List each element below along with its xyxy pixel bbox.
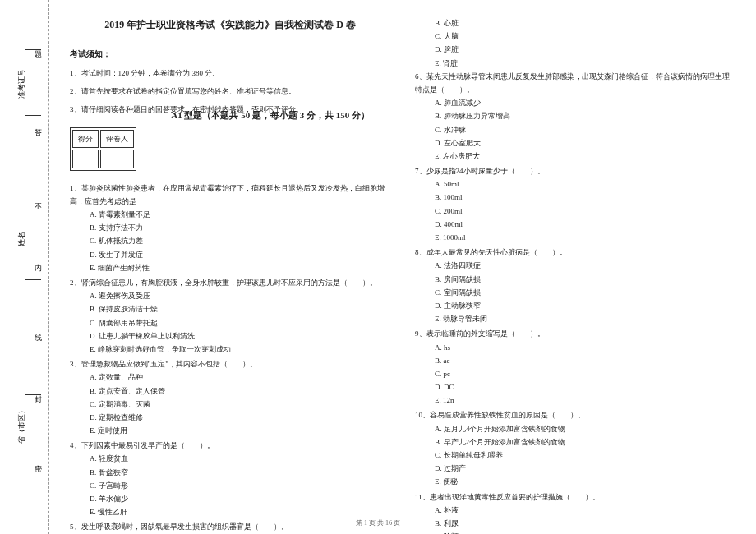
notice-heading: 考试须知： xyxy=(70,47,390,62)
margin-label-name: 姓名 xyxy=(16,232,27,246)
margin-underline xyxy=(25,394,41,395)
option-a: A. hs xyxy=(415,341,735,354)
option-c: C. 大脑 xyxy=(415,30,735,43)
option-e: E. 1000ml xyxy=(415,231,735,244)
option-a: A. 轻度贫血 xyxy=(70,452,390,465)
question-7: 7、少尿是指24小时尿量少于（ ）。 A. 50ml B. 100ml C. 2… xyxy=(415,164,735,244)
score-cell[interactable] xyxy=(72,150,99,168)
option-d: D. 过期产 xyxy=(415,462,735,475)
option-c: C. 室间隔缺损 xyxy=(415,286,735,299)
question-4: 4、下列因素中最易引发早产的是（ ）。 A. 轻度贫血 B. 骨盆狭窄 C. 子… xyxy=(70,439,390,518)
question-stem: 1、某肺炎球菌性肺炎患者，在应用常规青霉素治疗下，病程延长且退热后又发冷发热，白… xyxy=(70,182,390,208)
question-stem: 10、容易造成营养性缺铁性贫血的原因是（ ）。 xyxy=(415,408,735,421)
question-stem: 4、下列因素中最易引发早产的是（ ）。 xyxy=(70,439,390,452)
question-3: 3、管理急救物品应做到"五定"，其内容不包括（ ）。 A. 定数量、品种 B. … xyxy=(70,357,390,437)
scorer-header: 评卷人 xyxy=(100,130,134,148)
left-column: 2019 年护士职业资格考试《实践能力》自我检测试卷 D 卷 考试须知： 1、考… xyxy=(58,16,403,526)
option-d: D. 主动脉狭窄 xyxy=(415,299,735,312)
option-d: D. 400ml xyxy=(415,218,735,231)
question-stem: 6、某先天性动脉导管未闭患儿反复发生肺部感染，出现艾森门格综合征，符合该病情的病… xyxy=(415,70,735,96)
option-b: B. 100ml xyxy=(415,191,735,204)
option-b: B. 保持皮肤清洁干燥 xyxy=(70,302,390,315)
option-d: D. DC xyxy=(415,380,735,394)
option-d: D. 羊水偏少 xyxy=(70,492,390,505)
option-b: B. 肺动脉压力异常增高 xyxy=(415,109,735,122)
question-stem: 8、成年人最常见的先天性心脏病是（ ）。 xyxy=(415,246,735,259)
option-a: A. 补液 xyxy=(415,504,735,517)
main-content: 2019 年护士职业资格考试《实践能力》自我检测试卷 D 卷 考试须知： 1、考… xyxy=(49,0,756,534)
option-c: C. 除颤 xyxy=(415,530,735,534)
option-e: E. 慢性乙肝 xyxy=(70,505,390,518)
option-a: A. 法洛四联症 xyxy=(415,259,735,272)
option-e: E. 肾脏 xyxy=(415,57,735,70)
option-c: C. pc xyxy=(415,367,735,380)
question-stem: 11、患者出现洋地黄毒性反应首要的护理措施（ ）。 xyxy=(415,490,735,504)
option-e: E. 左心房肥大 xyxy=(415,150,735,163)
score-header: 得分 xyxy=(72,130,99,148)
instruction-item: 2、请首先按要求在试卷的指定位置填写您的姓名、准考证号等信息。 xyxy=(70,85,390,98)
margin-char: 线 xyxy=(35,333,42,343)
question-stem: 2、肾病综合征患儿，有胸腔积液，全身水肿较重，护理该患儿时不应采用的方法是（ ）… xyxy=(70,276,390,289)
option-c: C. 阴囊部用吊带托起 xyxy=(70,316,390,329)
question-stem: 9、表示临睡前的外文缩写是（ ）。 xyxy=(415,327,735,340)
option-b: B. ac xyxy=(415,354,735,367)
question-stem: 7、少尿是指24小时尿量少于（ ）。 xyxy=(415,164,735,177)
option-c: C. 长期单纯母乳喂养 xyxy=(415,449,735,462)
margin-char: 密 xyxy=(35,464,42,475)
page-container: 准考证号 答 题 姓名 不 内 线 封 省（市区） 密 2019 年护士职业资格… xyxy=(0,0,756,534)
option-e: E. 定时使用 xyxy=(70,424,390,437)
right-column: B. 心脏 C. 大脑 D. 脾脏 E. 肾脏 6、某先天性动脉导管未闭患儿反复… xyxy=(403,16,748,526)
option-b: B. 早产儿2个月开始添加富含铁剂的食物 xyxy=(415,435,735,449)
option-c: C. 200ml xyxy=(415,205,735,218)
option-b: B. 心脏 xyxy=(415,16,735,30)
option-e: E. 动脉导管未闭 xyxy=(415,312,735,325)
question-10: 10、容易造成营养性缺铁性贫血的原因是（ ）。 A. 足月儿4个月开始添加富含铁… xyxy=(415,408,735,488)
option-d: D. 发生了并发症 xyxy=(70,248,390,261)
option-d: D. 左心室肥大 xyxy=(415,136,735,150)
option-e: E. 静脉穿刺时选好血管，争取一次穿刺成功 xyxy=(70,343,390,356)
option-e: E. 12n xyxy=(415,394,735,407)
option-c: C. 机体抵抗力差 xyxy=(70,234,390,247)
score-table: 得分 评卷人 xyxy=(70,127,136,170)
scorer-cell[interactable] xyxy=(100,150,134,168)
margin-label-region: 省（市区） xyxy=(16,407,27,444)
option-c: C. 水冲脉 xyxy=(415,123,735,136)
question-6: 6、某先天性动脉导管未闭患儿反复发生肺部感染，出现艾森门格综合征，符合该病情的病… xyxy=(415,70,735,163)
option-a: A. 50ml xyxy=(415,177,735,191)
question-stem: 3、管理急救物品应做到"五定"，其内容不包括（ ）。 xyxy=(70,357,390,371)
option-a: A. 定数量、品种 xyxy=(70,371,390,384)
option-b: B. 骨盆狭窄 xyxy=(70,466,390,479)
option-c: C. 子宫畸形 xyxy=(70,479,390,492)
margin-underline xyxy=(25,279,41,280)
exam-title: 2019 年护士职业资格考试《实践能力》自我检测试卷 D 卷 xyxy=(70,16,390,35)
margin-label-exam-id: 准考证号 xyxy=(16,69,27,99)
option-d: D. 脾脏 xyxy=(415,43,735,56)
margin-char: 题 xyxy=(35,49,42,60)
option-c: C. 定期消毒、灭菌 xyxy=(70,398,390,411)
margin-char: 封 xyxy=(35,394,42,405)
binding-margin: 准考证号 答 题 姓名 不 内 线 封 省（市区） 密 xyxy=(0,0,49,534)
option-b: B. 定点安置、定人保管 xyxy=(70,384,390,398)
question-8: 8、成年人最常见的先天性心脏病是（ ）。 A. 法洛四联症 B. 房间隔缺损 C… xyxy=(415,246,735,325)
option-b: B. 支持疗法不力 xyxy=(70,221,390,234)
option-a: A. 避免擦伤及受压 xyxy=(70,289,390,302)
margin-char: 答 xyxy=(35,127,42,138)
section-a1-title: A1 型题（本题共 50 题，每小题 3 分，共 150 分） xyxy=(171,108,370,124)
question-1: 1、某肺炎球菌性肺炎患者，在应用常规青霉素治疗下，病程延长且退热后又发冷发热，白… xyxy=(70,182,390,274)
margin-char: 内 xyxy=(35,263,42,274)
page-footer: 第 1 页 共 16 页 xyxy=(0,518,756,527)
option-a: A. 足月儿4个月开始添加富含铁剂的食物 xyxy=(415,422,735,435)
option-b: B. 房间隔缺损 xyxy=(415,273,735,286)
margin-char: 不 xyxy=(35,201,42,212)
option-a: A. 青霉素剂量不足 xyxy=(70,208,390,221)
option-e: E. 便秘 xyxy=(415,475,735,488)
option-d: D. 定期检查维修 xyxy=(70,411,390,424)
question-2: 2、肾病综合征患儿，有胸腔积液，全身水肿较重，护理该患儿时不应采用的方法是（ ）… xyxy=(70,276,390,356)
option-e: E. 细菌产生耐药性 xyxy=(70,261,390,274)
option-d: D. 让患儿躺于橡胶单上以利清洗 xyxy=(70,329,390,343)
instruction-item: 1、考试时间：120 分钟，本卷满分为 380 分。 xyxy=(70,67,390,80)
question-9: 9、表示临睡前的外文缩写是（ ）。 A. hs B. ac C. pc D. D… xyxy=(415,327,735,407)
margin-underline xyxy=(25,115,41,116)
option-a: A. 肺血流减少 xyxy=(415,96,735,109)
